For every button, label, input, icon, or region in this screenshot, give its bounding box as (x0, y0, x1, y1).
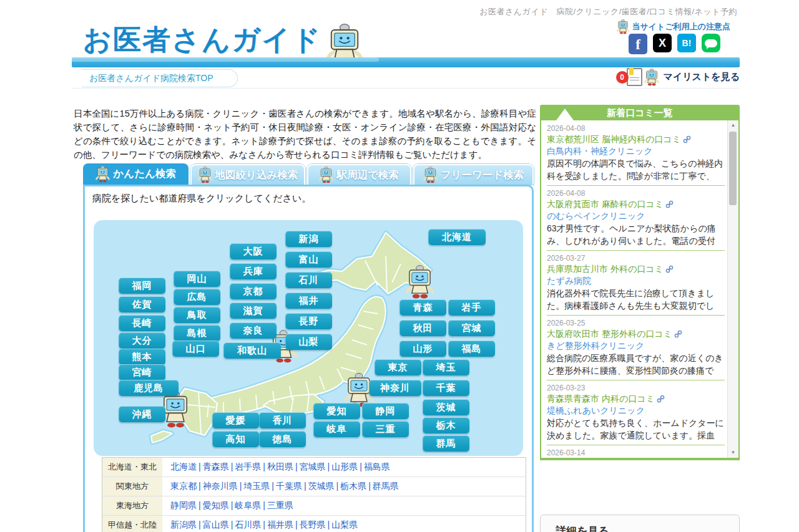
prefecture-button[interactable]: 秋田 (400, 320, 446, 336)
prefecture-link[interactable]: 福井県 (261, 520, 293, 530)
prefecture-link[interactable]: 秋田県 (261, 462, 293, 472)
prefecture-link[interactable]: 神奈川県 (197, 481, 238, 491)
prefecture-link[interactable]: 富山県 (197, 520, 229, 530)
prefecture-link[interactable]: 山梨県 (326, 520, 358, 530)
prefecture-link[interactable]: 福島県 (358, 462, 390, 472)
prefecture-link[interactable]: 埼玉県 (238, 481, 270, 491)
prefecture-button[interactable]: 栃木 (423, 417, 469, 433)
prefecture-button[interactable]: 岡山 (174, 271, 220, 287)
prefecture-button[interactable]: 埼玉 (423, 359, 469, 375)
prefecture-link[interactable]: 東京都 (170, 481, 197, 491)
tab-station-search[interactable]: 駅周辺で検索 (307, 164, 411, 185)
review-hospital-link[interactable]: 堤橋ふれあいクリニック (547, 405, 725, 417)
prefecture-button[interactable]: 島根 (174, 325, 220, 341)
prefecture-link[interactable]: 千葉県 (270, 481, 302, 491)
prefecture-button[interactable]: 愛媛 (212, 412, 259, 428)
tab-map-search[interactable]: 地図絞り込み検索 (190, 164, 305, 185)
review-category-link[interactable]: 大阪府吹田市 整形外科の口コミ (547, 328, 672, 340)
tab-freeword-search[interactable]: フリーワード検索 (413, 164, 534, 185)
prefecture-button[interactable]: 兵庫 (230, 263, 277, 279)
prefecture-button[interactable]: 福岡 (119, 278, 165, 294)
prefecture-link[interactable]: 岐阜県 (229, 500, 262, 510)
prefecture-link[interactable]: 石川県 (229, 520, 262, 530)
prefecture-link[interactable]: 愛知県 (197, 500, 229, 510)
prefecture-link[interactable]: 静岡県 (170, 500, 197, 510)
region-name: 関東地方 (102, 477, 162, 496)
prefecture-button[interactable]: 岐阜 (313, 421, 360, 437)
prefecture-button[interactable]: 香川 (259, 412, 306, 428)
prefecture-link[interactable]: 青森県 (197, 462, 229, 472)
mylist-link[interactable]: 0 マイリストを見る (616, 68, 740, 86)
logo-text: お医者さんガイド (83, 24, 321, 56)
prefecture-link[interactable]: 岩手県 (229, 462, 262, 472)
prefecture-button[interactable]: 北海道 (428, 229, 486, 245)
prefecture-button[interactable]: 宮城 (448, 320, 495, 336)
prefecture-link[interactable]: 茨城県 (302, 481, 335, 491)
prefecture-button[interactable]: 東京 (375, 359, 421, 375)
prefecture-button[interactable]: 福島 (448, 341, 495, 357)
prefecture-button[interactable]: 新潟 (285, 231, 332, 247)
prefecture-button[interactable]: 山梨 (285, 334, 332, 350)
prefecture-button[interactable]: 広島 (174, 289, 220, 305)
review-hospital-link[interactable]: 白鳥内科・神経クリニック (547, 145, 725, 157)
prefecture-button[interactable]: 宮崎 (119, 364, 165, 380)
prefecture-link[interactable]: 山形県 (326, 462, 358, 472)
prefecture-link[interactable]: 群馬県 (366, 481, 399, 491)
see-details-link[interactable]: 詳細を見る (540, 515, 740, 532)
x-twitter-icon[interactable]: X (653, 34, 672, 52)
scrollbar-thumb[interactable] (729, 132, 737, 205)
prefecture-button[interactable]: 高知 (212, 431, 259, 447)
prefecture-button[interactable]: 愛知 (313, 403, 360, 419)
prefecture-button[interactable]: 神奈川 (369, 380, 421, 396)
prefecture-button[interactable]: 長崎 (119, 315, 165, 331)
prefecture-button[interactable]: 沖縄 (119, 406, 165, 422)
review-category-link[interactable]: 愛媛県松山市 整形外科の口コミ (547, 458, 672, 460)
prefecture-button[interactable]: 鹿児島 (119, 380, 179, 396)
prefecture-button[interactable]: 三重 (362, 421, 409, 437)
review-category-link[interactable]: 兵庫県加古川市 外科の口コミ (547, 263, 664, 275)
prefecture-button[interactable]: 群馬 (423, 435, 469, 452)
scroll-up-arrow[interactable]: ▲ (728, 120, 738, 130)
prefecture-button[interactable]: 佐賀 (119, 296, 165, 312)
prefecture-button[interactable]: 熊本 (119, 349, 165, 365)
review-category-link[interactable]: 大阪府箕面市 麻酔科の口コミ (547, 198, 664, 210)
reviews-scrollbar[interactable]: ▲ ▼ (727, 120, 738, 458)
review-hospital-link[interactable]: きど整形外科クリニック (547, 340, 725, 352)
prefecture-button[interactable]: 京都 (230, 283, 277, 299)
prefecture-button[interactable]: 長野 (285, 313, 332, 329)
usage-notice-link[interactable]: 当サイトご利用上の注意点 (617, 19, 730, 34)
review-category-link[interactable]: 東京都荒川区 脳神経内科の口コミ (547, 133, 681, 145)
prefecture-link[interactable]: 三重県 (261, 500, 293, 510)
prefecture-button[interactable]: 青森 (400, 299, 446, 316)
prefecture-link[interactable]: 長野県 (293, 520, 326, 530)
prefecture-button[interactable]: 富山 (285, 251, 332, 268)
prefecture-link[interactable]: 北海道 (170, 462, 197, 472)
facebook-icon[interactable]: f (629, 34, 647, 54)
review-category-link[interactable]: 青森県青森市 内科の口コミ (547, 393, 655, 405)
hatena-bookmark-icon[interactable]: B! (677, 34, 696, 52)
prefecture-button[interactable]: 奈良 (230, 322, 277, 339)
review-hospital-link[interactable]: のむらペインクリニック (547, 210, 725, 222)
review-hospital-link[interactable]: たずみ病院 (547, 275, 725, 287)
prefecture-button[interactable]: 茨城 (423, 399, 469, 415)
prefecture-link[interactable]: 栃木県 (335, 481, 367, 491)
prefecture-button[interactable]: 徳島 (259, 431, 306, 447)
prefecture-button[interactable]: 山口 (172, 341, 219, 357)
prefecture-button[interactable]: 鳥取 (174, 307, 220, 323)
prefecture-button[interactable]: 静岡 (362, 403, 409, 419)
line-icon[interactable] (702, 34, 720, 52)
prefecture-link[interactable]: 宮城県 (293, 462, 326, 472)
prefecture-button[interactable]: 大分 (119, 332, 165, 349)
line-bubble-glyph (705, 39, 717, 47)
prefecture-button[interactable]: 千葉 (423, 380, 469, 396)
prefecture-button[interactable]: 岩手 (448, 299, 495, 316)
prefecture-button[interactable]: 和歌山 (223, 342, 281, 359)
prefecture-link[interactable]: 新潟県 (170, 520, 197, 530)
scroll-down-arrow[interactable]: ▼ (728, 448, 738, 458)
prefecture-button[interactable]: 滋賀 (230, 302, 277, 319)
tab-easy-search[interactable]: かんたん検索 (83, 163, 189, 185)
prefecture-button[interactable]: 福井 (285, 293, 332, 309)
prefecture-button[interactable]: 山形 (400, 341, 446, 357)
prefecture-button[interactable]: 石川 (285, 272, 332, 288)
prefecture-button[interactable]: 大阪 (230, 243, 277, 259)
